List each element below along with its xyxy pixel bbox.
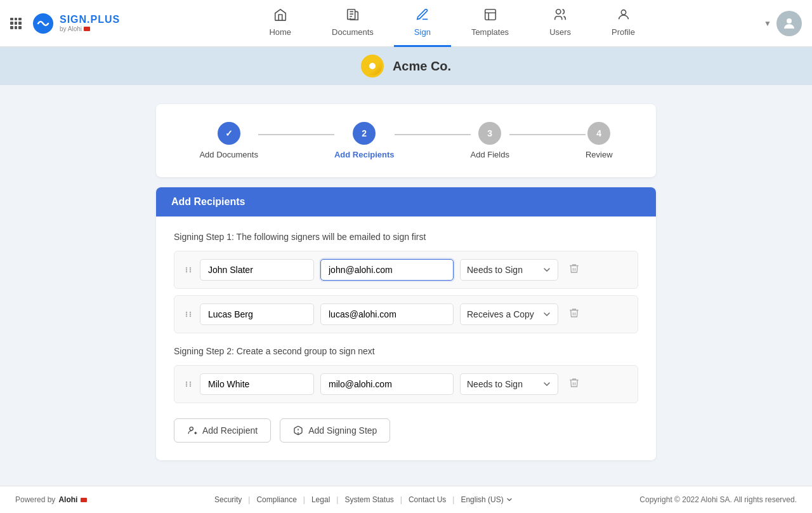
signing-step-2-label: Signing Step 2: Create a second group to… [174,346,638,356]
drag-handle-1[interactable] [183,265,193,275]
svg-point-21 [190,385,191,387]
language-dropdown-icon [506,496,513,503]
footer: Powered by Alohi Security | Compliance |… [0,486,812,513]
footer-links: Security | Compliance | Legal | System S… [214,495,513,504]
svg-point-9 [190,271,191,272]
recipient-role-select-1[interactable]: Needs to Sign [460,259,558,281]
documents-icon [346,8,360,25]
nav-home[interactable]: Home [249,0,311,47]
nav-items: Home Documents Sign Templates Users [140,0,764,47]
company-name: Acme Co. [393,59,451,74]
footer-link-language[interactable]: English (US) [461,495,512,504]
footer-logo: Powered by Alohi [15,495,87,504]
footer-flag-icon [81,498,87,502]
avatar[interactable] [776,11,802,36]
svg-point-22 [186,383,187,385]
svg-point-11 [190,269,191,270]
trash-icon-3 [568,377,580,389]
svg-point-10 [186,269,187,270]
nav-home-label: Home [269,27,291,37]
svg-point-3 [556,10,561,14]
role-label-2: Receives a Copy [467,309,534,319]
nav-templates-label: Templates [471,27,509,37]
add-recipient-icon [187,425,197,436]
logo[interactable]: SIGN.PLUS by Alohi [32,12,120,35]
recipients-body: Signing Step 1: The following signers wi… [156,217,656,460]
step-2-label: Add Recipients [334,150,395,159]
svg-point-18 [186,382,187,383]
add-signing-step-icon [293,425,303,436]
footer-link-legal[interactable]: Legal [311,495,330,504]
recipient-name-input-3[interactable] [200,373,314,395]
drag-handle-3[interactable] [183,379,193,389]
recipients-card: Add Recipients Signing Step 1: The follo… [156,187,656,460]
logo-text: SIGN.PLUS [60,14,120,25]
step-connector-1-2 [258,134,334,135]
stepper: ✓ Add Documents 2 Add Recipients 3 Add F… [181,122,631,159]
step-1-circle: ✓ [218,122,240,145]
footer-link-compliance[interactable]: Compliance [256,495,296,504]
recipients-header: Add Recipients [156,187,656,217]
nav-users[interactable]: Users [529,0,591,47]
svg-point-20 [186,385,187,387]
svg-point-12 [186,312,187,313]
svg-point-19 [190,382,191,383]
recipient-name-input-1[interactable] [200,259,314,281]
svg-point-24 [190,427,193,430]
nav-templates[interactable]: Templates [451,0,529,47]
footer-company: Alohi [58,495,77,504]
footer-link-system-status[interactable]: System Status [344,495,393,504]
recipient-role-select-2[interactable]: Receives a Copy [460,303,558,325]
company-icon [361,55,384,77]
svg-point-23 [190,383,191,385]
avatar-dropdown-arrow[interactable]: ▼ [764,19,771,28]
step-add-fields: 3 Add Fields [471,122,509,159]
svg-point-15 [190,316,191,317]
nav-right: ▼ [764,11,802,36]
sign-icon [416,8,429,25]
nav-sign-label: Sign [414,27,431,37]
swiss-flag-icon [84,27,90,31]
nav-sign[interactable]: Sign [394,0,451,47]
delete-recipient-1[interactable] [565,260,584,280]
profile-icon [617,8,631,25]
role-label-3: Needs to Sign [467,379,523,389]
svg-point-16 [186,314,187,315]
svg-point-5 [787,18,792,23]
add-signing-step-button[interactable]: Add Signing Step [280,418,390,443]
main-content: ✓ Add Documents 2 Add Recipients 3 Add F… [146,104,666,460]
recipient-email-input-2[interactable] [320,303,454,325]
step-review: 4 Review [586,122,613,159]
svg-point-6 [186,267,187,269]
recipient-name-input-2[interactable] [200,303,314,325]
delete-recipient-3[interactable] [565,375,584,394]
svg-point-13 [190,312,191,313]
dropdown-arrow-icon-1 [542,265,551,274]
nav-profile[interactable]: Profile [591,0,655,47]
recipient-email-input-3[interactable] [320,373,454,395]
nav-documents[interactable]: Documents [311,0,394,47]
add-recipient-button[interactable]: Add Recipient [174,418,271,443]
top-nav: SIGN.PLUS by Alohi Home Documents Sign [0,0,812,47]
svg-rect-2 [485,10,495,20]
step-add-documents: ✓ Add Documents [199,122,258,159]
svg-point-14 [186,316,187,317]
app-grid-icon[interactable] [10,18,22,29]
templates-icon [483,8,497,25]
add-signing-step-label: Add Signing Step [308,425,377,436]
recipient-row-milo-white: Needs to Sign [174,365,638,403]
step-connector-3-4 [509,134,586,135]
add-recipient-label: Add Recipient [202,425,258,436]
footer-link-security[interactable]: Security [214,495,242,504]
delete-recipient-2[interactable] [565,305,584,324]
recipient-role-select-3[interactable]: Needs to Sign [460,373,558,395]
step-2-circle: 2 [353,122,376,145]
step-4-label: Review [586,150,613,159]
trash-icon-1 [568,263,580,274]
footer-link-contact[interactable]: Contact Us [409,495,446,504]
footer-powered-by: Powered by [15,495,55,504]
step-1-label: Add Documents [199,150,258,159]
drag-handle-2[interactable] [183,309,193,319]
recipient-email-input-1[interactable] [320,259,454,281]
company-banner: Acme Co. [0,47,812,85]
